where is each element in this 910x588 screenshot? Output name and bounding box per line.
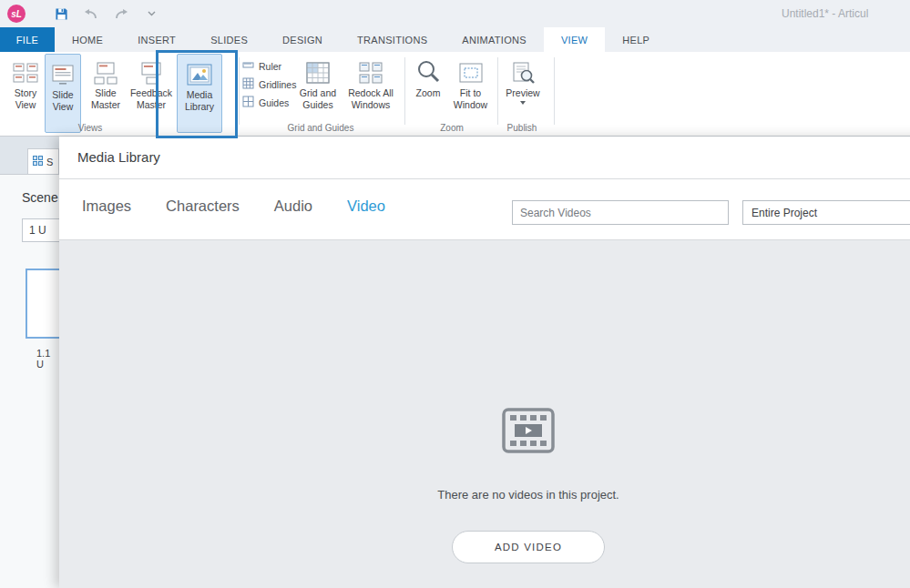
- feedback-master-label: Feedback Master: [128, 87, 175, 110]
- tab-transitions[interactable]: TRANSITIONS: [340, 27, 445, 52]
- slide-view-icon: [51, 59, 75, 86]
- video-film-icon: [502, 408, 555, 457]
- video-search-input[interactable]: [512, 200, 729, 225]
- scene-dropdown[interactable]: 1 U: [22, 218, 63, 242]
- feedback-master-icon: [139, 57, 163, 85]
- quick-access-dropdown-icon[interactable]: [143, 5, 159, 22]
- media-library-title: Media Library: [77, 149, 160, 165]
- media-library-icon: [186, 59, 213, 86]
- zoom-icon: [415, 57, 441, 85]
- publish-group-label: Publish: [496, 123, 548, 133]
- guides-label: Guides: [259, 97, 289, 108]
- slide-thumbnail-label: 1.1 U: [36, 348, 59, 370]
- titlebar: sL: [0, 0, 910, 27]
- guides-toggle[interactable]: Guides: [242, 96, 289, 109]
- fit-to-window-label: Fit to Window: [448, 87, 493, 110]
- gridlines-label: Gridlines: [259, 79, 296, 90]
- media-tab-video[interactable]: Video: [347, 198, 385, 215]
- scenes-heading: Scene: [22, 190, 58, 205]
- storyline-logo: sL: [7, 5, 26, 23]
- gridlines-toggle[interactable]: Gridlines: [242, 77, 296, 91]
- app-window: sL: [0, 0, 910, 588]
- group-separator: [497, 57, 498, 125]
- gridlines-icon: [242, 77, 254, 91]
- add-video-button[interactable]: ADD VIDEO: [452, 531, 605, 563]
- group-separator: [404, 57, 405, 125]
- group-separator: [554, 57, 555, 125]
- tab-animations[interactable]: ANIMATIONS: [445, 27, 544, 52]
- tab-insert[interactable]: INSERT: [120, 27, 193, 52]
- media-library-label: Media Library: [178, 89, 221, 112]
- window-title: Untitled1* - Articul: [782, 7, 910, 20]
- tab-file[interactable]: FILE: [0, 27, 55, 52]
- grid-and-guides-label: Grid and Guides: [295, 87, 341, 110]
- feedback-master-button[interactable]: Feedback Master: [128, 57, 175, 110]
- media-tab-characters[interactable]: Characters: [166, 198, 240, 215]
- ribbon-tab-bar: FILE HOME INSERT SLIDES DESIGN TRANSITIO…: [0, 27, 910, 52]
- fit-to-window-icon: [458, 57, 484, 85]
- slide-view-label: Slide View: [46, 89, 80, 112]
- story-view-button[interactable]: Story View: [5, 57, 46, 110]
- slide-view-button[interactable]: Slide View: [45, 54, 81, 133]
- ruler-toggle[interactable]: Ruler: [242, 59, 281, 73]
- media-library-dialog: Media Library Images Characters Audio Vi…: [59, 137, 910, 588]
- panel-body: Scene 1 U 1.1 U: [0, 174, 59, 588]
- redock-all-windows-label: Redock All Windows: [344, 87, 397, 110]
- slide-thumbnail[interactable]: [26, 269, 63, 339]
- zoom-button[interactable]: Zoom: [411, 57, 445, 99]
- story-panel: S Scene 1 U 1.1 U: [0, 137, 59, 588]
- redock-windows-icon: [358, 57, 383, 85]
- ribbon: Story View Slide View: [0, 52, 910, 137]
- preview-button[interactable]: Preview: [502, 57, 544, 105]
- save-icon[interactable]: [53, 5, 69, 22]
- story-view-tab-label: S: [46, 157, 53, 167]
- media-library-tabs: Images Characters Audio Video: [82, 198, 385, 215]
- ruler-icon: [242, 59, 254, 73]
- slide-master-label: Slide Master: [85, 87, 127, 110]
- tab-home[interactable]: HOME: [55, 27, 120, 52]
- media-tab-images[interactable]: Images: [82, 198, 131, 215]
- slide-master-button[interactable]: Slide Master: [85, 57, 127, 110]
- story-view-tab[interactable]: S: [27, 148, 59, 174]
- media-library-header: Media Library: [59, 137, 910, 179]
- preview-label: Preview: [506, 87, 539, 99]
- tab-view[interactable]: VIEW: [544, 27, 605, 52]
- panel-tab-strip: S: [0, 137, 59, 174]
- preview-dropdown-icon[interactable]: [520, 101, 526, 105]
- media-tab-audio[interactable]: Audio: [274, 198, 312, 215]
- story-view-tab-icon: [33, 156, 43, 167]
- redock-all-windows-button[interactable]: Redock All Windows: [344, 57, 397, 110]
- story-view-icon: [13, 57, 38, 85]
- views-group-label: Views: [5, 123, 175, 133]
- zoom-group-label: Zoom: [411, 123, 493, 133]
- media-library-button[interactable]: Media Library: [177, 54, 222, 133]
- group-separator: [239, 57, 240, 125]
- tab-help[interactable]: HELP: [605, 27, 667, 52]
- grid-and-guides-icon: [305, 57, 331, 85]
- ruler-label: Ruler: [259, 61, 281, 72]
- empty-state-message: There are no videos in this project.: [437, 488, 619, 502]
- grid-group-label: Grid and Guides: [242, 123, 399, 133]
- tab-slides[interactable]: SLIDES: [193, 27, 265, 52]
- grid-and-guides-button[interactable]: Grid and Guides: [295, 57, 341, 110]
- redo-icon[interactable]: [113, 5, 129, 22]
- undo-icon[interactable]: [83, 5, 99, 22]
- guides-icon: [242, 96, 254, 109]
- story-view-label: Story View: [5, 87, 46, 110]
- slide-master-icon: [94, 57, 118, 85]
- fit-to-window-button[interactable]: Fit to Window: [448, 57, 493, 110]
- preview-icon: [511, 57, 535, 85]
- media-library-content: There are no videos in this project. ADD…: [59, 240, 910, 588]
- zoom-label: Zoom: [416, 87, 441, 99]
- quick-access-toolbar: [53, 0, 159, 27]
- tab-design[interactable]: DESIGN: [265, 27, 340, 52]
- scope-filter-dropdown[interactable]: Entire Project: [742, 200, 910, 225]
- media-library-toolbar: Images Characters Audio Video Entire Pro…: [59, 179, 910, 240]
